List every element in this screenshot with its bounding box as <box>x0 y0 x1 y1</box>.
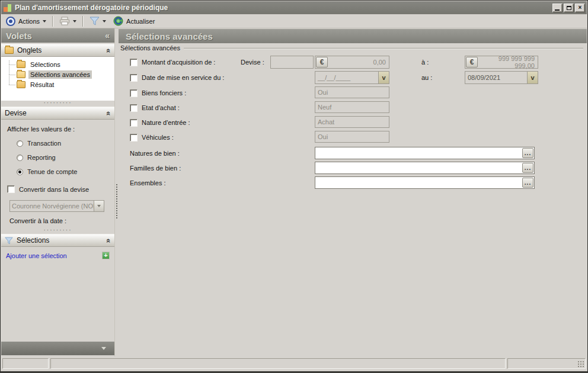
nature-entree-field[interactable]: Achat <box>315 116 389 128</box>
actions-dropdown-icon <box>43 20 46 22</box>
chevron-down-icon: v <box>531 75 534 81</box>
radio-tenue-de-compte[interactable]: Tenue de compte <box>17 168 114 175</box>
au-label: au : <box>421 74 432 81</box>
montant-label: Montant d'acquisition de : <box>142 59 215 66</box>
filter-funnel-icon <box>90 17 100 25</box>
etat-achat-checkbox[interactable] <box>130 104 138 112</box>
devise-input[interactable] <box>270 56 314 69</box>
actualiser-label: Actualiser <box>126 18 155 25</box>
vehicules-checkbox[interactable] <box>130 134 138 142</box>
ensembles-browse-button[interactable]: ... <box>522 178 533 188</box>
radio-label: Reporting <box>27 154 56 161</box>
date-label: Date de mise en service du : <box>142 74 224 81</box>
checkbox-label: Convertir dans la devise <box>19 186 89 193</box>
selections-section-header[interactable]: Sélections « <box>1 234 114 247</box>
minimize-button[interactable] <box>552 4 563 12</box>
date-from-dropdown[interactable]: __/__/____ v <box>315 71 389 84</box>
filter-button[interactable] <box>87 17 108 25</box>
sidebar-bottom-bar[interactable] <box>1 342 114 355</box>
print-button[interactable] <box>57 17 79 26</box>
nature-entree-label: Nature d'entrée : <box>142 119 190 126</box>
currency-dropdown[interactable]: Couronne Norvégienne (NOK <box>9 200 104 212</box>
radio-transaction[interactable]: Transaction <box>17 140 114 147</box>
collapse-section-icon[interactable]: « <box>104 48 113 52</box>
tree-item-selections-avancees[interactable]: Sélections avancées <box>6 69 114 79</box>
nature-entree-checkbox[interactable] <box>130 119 138 127</box>
resize-grip[interactable] <box>577 361 584 368</box>
refresh-icon <box>113 16 123 26</box>
biens-fonciers-checkbox[interactable] <box>130 89 138 97</box>
natures-bien-field[interactable]: ... <box>315 147 535 159</box>
chevron-down-icon: v <box>382 75 385 81</box>
panel-resize-handle[interactable]: ········· <box>1 228 114 233</box>
open-folder-icon <box>17 71 25 78</box>
actions-menu-button[interactable]: Actions <box>4 17 49 26</box>
convertir-devise-checkbox[interactable]: Convertir dans la devise <box>7 185 114 193</box>
main-panel: Sélections avancées Sélections avancées … <box>119 28 587 356</box>
biens-fonciers-field[interactable]: Oui <box>315 86 389 98</box>
collapse-section-icon[interactable]: « <box>104 238 113 242</box>
convert-date-label: Convertir à la date : <box>9 217 114 224</box>
refresh-button[interactable]: Actualiser <box>111 16 157 26</box>
ensembles-field[interactable]: ... <box>315 176 535 189</box>
add-selection-plus-button[interactable]: + <box>102 252 110 259</box>
dropdown-arrow-button[interactable]: v <box>527 72 538 83</box>
sidebar-header: Volets « <box>1 28 114 43</box>
close-button[interactable]: × <box>575 4 585 12</box>
collapse-sidebar-icon[interactable]: « <box>105 31 110 40</box>
au-label-wrap: au : <box>421 71 432 84</box>
row-etat-achat: Etat d'achat : <box>130 102 180 114</box>
montant-checkbox[interactable] <box>130 59 138 66</box>
vehicules-label: Véhicules : <box>142 134 174 141</box>
dropdown-arrow-button[interactable]: v <box>378 72 389 83</box>
date-checkbox[interactable] <box>130 74 138 82</box>
etat-achat-value: Neuf <box>318 104 331 111</box>
euro-button[interactable]: € <box>466 57 478 67</box>
main-title: Sélections avancées <box>126 31 213 41</box>
legend-text: Sélections avancées <box>120 44 180 52</box>
status-cell <box>507 358 586 369</box>
familles-bien-field[interactable]: ... <box>315 162 535 174</box>
maximize-button[interactable] <box>564 4 574 12</box>
date-from-value: __/__/____ <box>315 74 350 81</box>
toolbar: Actions Actualiser <box>1 14 587 28</box>
selections-title: Sélections <box>17 236 49 245</box>
vehicules-field[interactable]: Oui <box>315 131 389 143</box>
toolbar-separator <box>52 16 53 27</box>
tree-item-label: Résultat <box>28 81 56 89</box>
fieldset-legend: Sélections avancées <box>120 44 583 52</box>
date-to-dropdown[interactable]: 08/09/2021 v <box>465 71 538 84</box>
collapse-section-icon[interactable]: « <box>104 111 113 115</box>
amount-from-field[interactable]: € 0,00 <box>315 56 389 69</box>
devise-section-header[interactable]: Devise « <box>1 107 114 120</box>
print-dropdown-icon <box>73 20 76 22</box>
familles-bien-browse-button[interactable]: ... <box>522 163 533 173</box>
euro-button[interactable]: € <box>316 57 328 67</box>
row-vehicules: Véhicules : <box>130 131 174 143</box>
app-window: Plan d'amortissement dérogatoire périodi… <box>0 0 588 373</box>
status-cell <box>50 358 506 369</box>
familles-bien-label: Familles de bien : <box>130 165 181 172</box>
etat-achat-field[interactable]: Neuf <box>315 101 389 113</box>
tree-item-resultat[interactable]: Résultat <box>6 79 114 89</box>
status-bar <box>1 357 587 369</box>
dropdown-arrow-button[interactable] <box>94 201 104 211</box>
filter-dropdown-icon <box>103 20 106 22</box>
tree-item-selections[interactable]: Sélections <box>6 59 114 69</box>
radio-reporting[interactable]: Reporting <box>17 154 114 161</box>
onglets-section-header[interactable]: Onglets « <box>1 44 114 57</box>
row-date-mise-en-service: Date de mise en service du : <box>130 71 224 84</box>
row-nature-entree: Nature d'entrée : <box>130 117 190 128</box>
panel-resize-handle[interactable]: ········· <box>1 101 114 105</box>
amount-from-value: 0,00 <box>328 59 389 66</box>
status-cell <box>2 358 49 369</box>
radio-icon <box>17 155 23 161</box>
main-header: Sélections avancées <box>119 29 587 43</box>
amount-to-field[interactable]: € 999 999 999 999,00 <box>465 56 538 69</box>
splitter-handle[interactable] <box>116 184 117 218</box>
natures-bien-browse-button[interactable]: ... <box>522 148 533 158</box>
add-selection-link[interactable]: Ajouter une sélection <box>6 252 102 259</box>
chevron-down-icon <box>97 205 101 207</box>
radio-checked-icon <box>17 169 23 175</box>
checkbox-icon <box>7 185 15 193</box>
